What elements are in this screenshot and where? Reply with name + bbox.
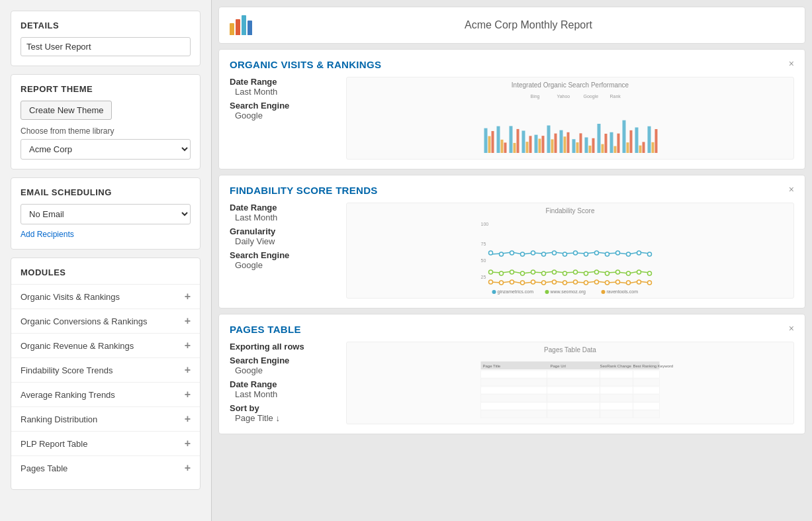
- svg-rect-35: [630, 130, 633, 153]
- sidebar-module-item[interactable]: Organic Revenue & Rankings+: [11, 333, 200, 357]
- svg-point-87: [542, 281, 546, 285]
- svg-point-68: [510, 270, 514, 274]
- report-header: Acme Corp Monthly Report: [218, 7, 805, 44]
- details-title: DETAILS: [21, 21, 191, 30]
- module-card-close-icon[interactable]: ×: [789, 59, 794, 68]
- svg-rect-11: [529, 136, 532, 153]
- module-cards-container: ORGANIC VISITS & RANKINGS × Date RangeLa…: [218, 49, 805, 434]
- module-add-icon[interactable]: +: [185, 340, 191, 352]
- module-card-chart: Integrated Organic Search Performance: [346, 77, 794, 160]
- svg-rect-129: [481, 403, 660, 410]
- svg-rect-19: [564, 136, 566, 153]
- module-add-icon[interactable]: +: [185, 389, 191, 401]
- chart-title: Integrated Organic Search Performance: [347, 77, 793, 90]
- module-add-icon[interactable]: +: [185, 438, 191, 450]
- module-add-icon[interactable]: +: [185, 413, 191, 425]
- sidebar-module-item[interactable]: Pages Table+: [11, 455, 200, 480]
- svg-point-67: [500, 271, 504, 275]
- module-card-header: FINDABILITY SCORE TRENDS ×: [230, 185, 794, 196]
- module-card-close-icon[interactable]: ×: [789, 324, 794, 333]
- report-header-icon: [230, 15, 252, 35]
- svg-rect-25: [589, 146, 592, 153]
- sidebar-module-item[interactable]: Organic Conversions & Rankings+: [11, 308, 200, 333]
- svg-rect-32: [617, 134, 620, 153]
- svg-point-52: [510, 251, 514, 255]
- svg-point-79: [627, 271, 631, 275]
- module-add-icon[interactable]: +: [185, 462, 191, 474]
- svg-point-55: [542, 252, 546, 256]
- module-card-details: Date RangeLast MonthSearch EngineGoogle: [230, 77, 336, 160]
- detail-value: Google: [235, 260, 336, 270]
- svg-point-58: [574, 251, 578, 255]
- module-card-title[interactable]: FINDABILITY SCORE TRENDS: [230, 185, 378, 196]
- svg-text:www.seomoz.org: www.seomoz.org: [550, 289, 586, 295]
- svg-point-62: [616, 251, 620, 255]
- theme-select[interactable]: Acme Corp: [21, 139, 191, 160]
- svg-point-85: [521, 281, 525, 285]
- svg-text:Page Title: Page Title: [483, 364, 501, 368]
- svg-rect-38: [643, 142, 645, 153]
- module-item-label: Average Ranking Trends: [21, 390, 115, 400]
- add-recipients-link[interactable]: Add Recipients: [21, 230, 74, 239]
- svg-rect-36: [635, 127, 639, 153]
- module-card-close-icon[interactable]: ×: [789, 185, 794, 194]
- bar-chart-icon: [230, 15, 252, 35]
- svg-rect-16: [551, 139, 554, 153]
- sidebar-module-item[interactable]: Average Ranking Trends+: [11, 382, 200, 406]
- sidebar-module-item[interactable]: PLP Report Table+: [11, 431, 200, 455]
- svg-point-94: [616, 280, 620, 284]
- svg-rect-114: [481, 379, 660, 386]
- report-theme-section: REPORT THEME Create New Theme Choose fro…: [11, 74, 201, 169]
- module-add-icon[interactable]: +: [185, 291, 191, 303]
- svg-text:25: 25: [481, 275, 486, 279]
- svg-rect-20: [567, 132, 570, 153]
- details-section: DETAILS: [11, 11, 201, 66]
- module-add-icon[interactable]: +: [185, 364, 191, 376]
- chart-title: Findability Score: [347, 203, 793, 216]
- svg-rect-134: [481, 410, 660, 418]
- svg-rect-17: [555, 134, 557, 153]
- svg-rect-34: [627, 142, 629, 153]
- module-card-body: Date RangeLast MonthSearch EngineGoogle …: [230, 77, 794, 160]
- svg-point-59: [584, 252, 588, 256]
- svg-rect-119: [481, 387, 660, 394]
- svg-rect-15: [547, 125, 551, 153]
- svg-rect-31: [614, 146, 617, 153]
- module-card: PAGES TABLE × Exporting all rowsSearch E…: [218, 314, 805, 434]
- module-card-body: Exporting all rowsSearch EngineGoogleDat…: [230, 342, 794, 424]
- detail-value: Google: [235, 365, 336, 375]
- svg-rect-37: [639, 146, 642, 153]
- create-theme-button[interactable]: Create New Theme: [21, 101, 112, 120]
- svg-point-70: [531, 270, 535, 274]
- module-card: FINDABILITY SCORE TRENDS × Date RangeLas…: [218, 175, 805, 308]
- module-item-label: Organic Visits & Rankings: [21, 292, 120, 302]
- svg-point-77: [606, 271, 609, 275]
- svg-rect-27: [598, 124, 601, 153]
- svg-point-78: [616, 270, 620, 274]
- svg-point-63: [627, 252, 631, 256]
- module-card-chart: Findability Score 100 75 50 25 ginzametr…: [346, 203, 794, 299]
- email-select[interactable]: No Email: [21, 204, 191, 224]
- sidebar-module-item[interactable]: Findability Score Trends+: [11, 357, 200, 382]
- svg-point-56: [553, 251, 557, 255]
- svg-rect-7: [514, 143, 516, 153]
- report-name-input[interactable]: [21, 37, 191, 56]
- svg-rect-26: [592, 138, 595, 153]
- sidebar-module-item[interactable]: Organic Visits & Rankings+: [11, 284, 200, 308]
- module-item-label: Organic Revenue & Rankings: [21, 341, 134, 351]
- svg-point-96: [637, 280, 641, 284]
- module-card-title[interactable]: ORGANIC VISITS & RANKINGS: [230, 59, 381, 70]
- module-card-title[interactable]: PAGES TABLE: [230, 324, 301, 335]
- svg-rect-13: [539, 139, 541, 153]
- module-card-header: PAGES TABLE ×: [230, 324, 794, 335]
- svg-text:ginzametrics.com: ginzametrics.com: [498, 289, 534, 295]
- detail-label: Search Engine: [230, 355, 336, 365]
- svg-point-64: [637, 251, 641, 255]
- sidebar-module-item[interactable]: Ranking Distribution+: [11, 406, 200, 431]
- module-add-icon[interactable]: +: [185, 315, 191, 327]
- modules-list: Organic Visits & Rankings+Organic Conver…: [11, 284, 200, 480]
- detail-label: Date Range: [230, 77, 336, 87]
- svg-rect-29: [605, 134, 608, 153]
- detail-label: Sort by: [230, 403, 336, 413]
- detail-label: Search Engine: [230, 250, 336, 260]
